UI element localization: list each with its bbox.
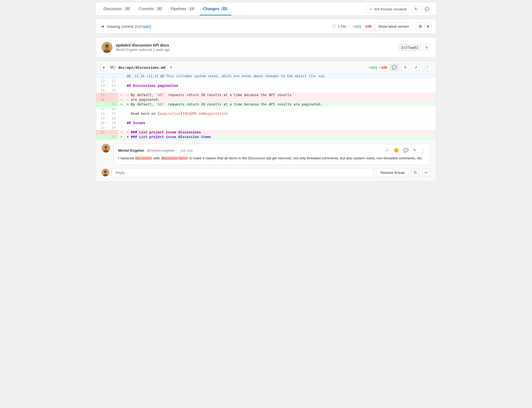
- commit-authored: authored 1 week ago: [139, 48, 170, 52]
- tab-pipelines[interactable]: Pipelines 14: [167, 3, 199, 15]
- reply-avatar: [102, 169, 109, 176]
- commit-card-right: 2c37aa01 ⎘: [398, 44, 430, 51]
- commit-sha: 2c37aa01: [398, 44, 421, 51]
- edit-diff-button[interactable]: ✎: [401, 64, 409, 71]
- tab-bar: Discussion 26 Commits 30 Pipelines 14 Ch…: [96, 3, 436, 16]
- check-circle-icon: ✓: [369, 7, 373, 12]
- table-row: 14 14: [96, 88, 436, 93]
- table-row: 12 12: [96, 79, 436, 83]
- reply-box: Resolve thread ↻ ↩: [102, 168, 430, 177]
- table-row: 18 17 Read more on [pagination](README.m…: [96, 111, 436, 116]
- tab-commits[interactable]: Commits 30: [135, 3, 166, 15]
- threads-resolved: ✓ 8/9 threads resolved: [366, 5, 410, 13]
- comment-header: Michel Engelen @michel.engelen · just no…: [118, 147, 426, 153]
- avatar: [102, 42, 112, 53]
- commit-bar-left: ⇥ Viewing commit 2c37aa01: [100, 24, 151, 29]
- expand-icon: ⇥: [100, 24, 104, 29]
- hunk-new-num: …: [107, 74, 118, 79]
- svg-point-11: [104, 170, 107, 173]
- comment-author-name: Michel Engelen: [118, 148, 144, 153]
- diff-header-right: +111 −109 💬 ✎ ↗ 📄: [369, 64, 432, 71]
- commit-bar-right: 📄 1 File +111 -109 Show latest version ⚙…: [332, 22, 432, 31]
- diff-deletions: −109: [379, 65, 387, 70]
- comment-diff-button[interactable]: 💬: [389, 64, 399, 71]
- tab-changes[interactable]: Changes 23: [200, 3, 232, 15]
- viewing-commit-label: Viewing commit 2c37aa01: [107, 24, 151, 29]
- commit-hash-link[interactable]: 2c37aa01: [135, 24, 152, 29]
- comment-author-info: Michel Engelen @michel.engelen · just no…: [118, 148, 193, 153]
- commit-info: updated discussion API docs Michel Engel…: [116, 43, 170, 52]
- commit-sub: Michel Engelen authored 1 week ago: [116, 48, 170, 52]
- svg-rect-8: [104, 148, 105, 150]
- settings-group: ⚙ ▾: [416, 22, 432, 31]
- tab-discussion[interactable]: Discussion 26: [100, 3, 134, 15]
- table-row: 22 − - ### List project issue discussion…: [96, 130, 436, 134]
- comment-username: @michel.engelen: [147, 148, 175, 153]
- tab-commits-label: Commits: [139, 7, 154, 11]
- diff-table: … … @@ -12,16 +12,15 @@ This includes sy…: [96, 74, 436, 139]
- table-row: 21 20: [96, 125, 436, 130]
- commit-title: updated discussion API docs: [116, 43, 170, 47]
- file-count: 📄 1 File: [332, 24, 350, 28]
- reply-send-button[interactable]: ↩: [422, 168, 430, 177]
- comment-block: Michel Engelen @michel.engelen · just no…: [102, 144, 430, 165]
- emoji-button[interactable]: 🙂: [393, 147, 400, 153]
- resolve-comment-icon-button[interactable]: ✓: [385, 147, 391, 153]
- hunk-content: @@ -12,16 +12,15 @@ This includes system…: [125, 74, 436, 79]
- diff-header-left: ▾ M↓ doc/api/discussions.md ⎘: [100, 64, 175, 71]
- tab-pipelines-label: Pipelines: [171, 7, 186, 11]
- commit-card: updated discussion API docs Michel Engel…: [96, 37, 436, 58]
- diff-header: ▾ M↓ doc/api/discussions.md ⎘ +111 −109 …: [96, 61, 436, 74]
- reply-icon-button[interactable]: 💬: [402, 147, 410, 153]
- tab-changes-badge: 23: [221, 7, 228, 11]
- comment-section: Michel Engelen @michel.engelen · just no…: [96, 139, 436, 182]
- comment-button[interactable]: 💬: [422, 5, 432, 13]
- file-icon: 📄: [332, 24, 336, 28]
- table-row: 15 − - By default, `GET` requests return…: [96, 93, 436, 97]
- comment-text-middle: with: [154, 156, 161, 160]
- copy-sha-button[interactable]: ⎘: [423, 44, 430, 51]
- diff-hunk-row: … … @@ -12,16 +12,15 @@ This includes sy…: [96, 74, 436, 79]
- threads-resolved-text: 8/9 threads resolved: [374, 7, 407, 11]
- copy-path-button[interactable]: ⎘: [167, 64, 175, 71]
- comment-time: just now: [181, 149, 193, 153]
- hunk-old-num: …: [96, 74, 107, 79]
- table-row: 21 + + ### List project issue discussion…: [96, 134, 436, 139]
- tab-discussion-label: Discussion: [103, 7, 122, 11]
- table-row: 17 16: [96, 107, 436, 111]
- edit-comment-button[interactable]: ✎: [412, 147, 418, 153]
- comment-text: I replaced discussion with discussion it…: [118, 156, 426, 161]
- comment-body: Michel Engelen @michel.engelen · just no…: [114, 144, 430, 165]
- settings-icon-button[interactable]: ⚙: [416, 22, 424, 31]
- overflow-menu-button[interactable]: ⋮: [420, 147, 426, 153]
- open-file-button[interactable]: ↗: [412, 64, 420, 71]
- svg-rect-4: [108, 47, 110, 50]
- diff-additions: +111: [369, 65, 377, 70]
- table-row: 13 13 ## Discussions pagination: [96, 83, 436, 88]
- file-count-label: 1 File: [337, 24, 346, 28]
- table-row: 15 + + By default, `GET` requests return…: [96, 102, 436, 107]
- comment-text-after: to make it clearer that all items in the…: [189, 156, 423, 160]
- reply-input[interactable]: [112, 168, 374, 177]
- chevron-down-button[interactable]: ▾: [425, 22, 431, 31]
- comment-term2: discussion items: [161, 156, 188, 160]
- deletions-count: -109: [364, 24, 371, 28]
- reply-refresh-button[interactable]: ↻: [411, 168, 420, 177]
- collapse-diff-button[interactable]: ▾: [100, 64, 107, 71]
- svg-rect-3: [104, 47, 106, 50]
- comment-avatar: [102, 144, 110, 153]
- comment-term1: discussion: [135, 156, 153, 160]
- tab-bar-left: Discussion 26 Commits 30 Pipelines 14 Ch…: [100, 3, 232, 15]
- refresh-button[interactable]: ↻: [412, 5, 420, 13]
- comment-text-before: I replaced: [118, 156, 134, 160]
- raw-file-button[interactable]: 📄: [422, 64, 432, 71]
- tab-discussion-badge: 26: [124, 7, 131, 11]
- diff-section: ▾ M↓ doc/api/discussions.md ⎘ +111 −109 …: [96, 61, 436, 182]
- tab-pipelines-badge: 14: [188, 7, 195, 11]
- commit-bar: ⇥ Viewing commit 2c37aa01 📄 1 File +111 …: [96, 19, 436, 34]
- commit-card-left: updated discussion API docs Michel Engel…: [102, 42, 170, 53]
- show-latest-button[interactable]: Show latest version: [375, 22, 413, 30]
- markdown-icon: M↓: [109, 65, 116, 70]
- additions-count: +111: [353, 24, 361, 28]
- resolve-thread-button[interactable]: Resolve thread: [377, 168, 409, 177]
